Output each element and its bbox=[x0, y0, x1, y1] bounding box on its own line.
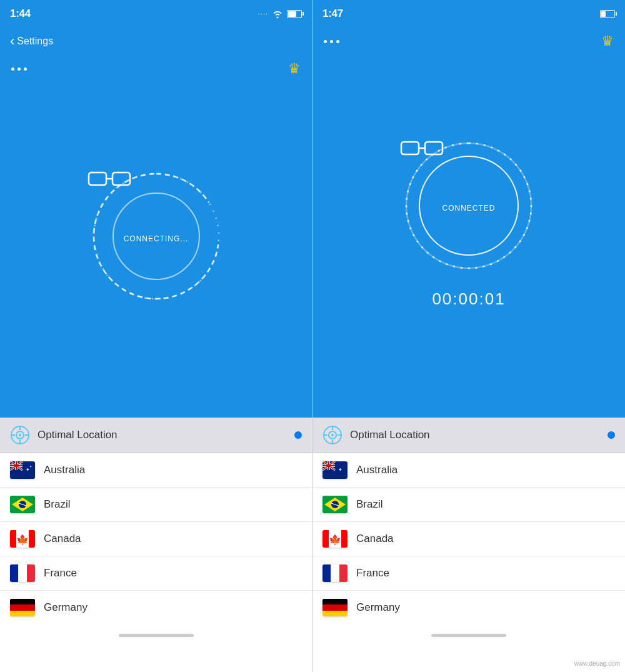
right-country-australia[interactable]: ✦ Australia bbox=[312, 453, 625, 488]
svg-text:✦: ✦ bbox=[29, 464, 32, 468]
right-flag-canada: 🍁 bbox=[322, 530, 348, 548]
right-time: 1:47 bbox=[322, 8, 343, 20]
right-status-icons bbox=[600, 10, 615, 18]
svg-point-46 bbox=[331, 434, 334, 436]
svg-text:🍁: 🍁 bbox=[329, 534, 341, 546]
right-country-name-france: France bbox=[356, 567, 389, 579]
right-top-overlay: ♛ bbox=[312, 28, 625, 55]
right-selected-dot bbox=[608, 431, 615, 439]
right-phone-panel: 1:47 ♛ bbox=[312, 0, 625, 672]
left-circle-inner: CONNECTING... bbox=[112, 193, 200, 280]
right-flag-australia: ✦ bbox=[322, 461, 348, 479]
right-home-indicator bbox=[312, 624, 625, 646]
right-country-name-australia: Australia bbox=[356, 464, 398, 476]
svg-point-8 bbox=[19, 434, 21, 436]
svg-text:✦: ✦ bbox=[338, 467, 342, 473]
left-blue-section: ♛ CONNECTING... bbox=[0, 55, 312, 418]
svg-text:🍁: 🍁 bbox=[16, 534, 29, 546]
svg-rect-67 bbox=[341, 530, 348, 548]
svg-rect-3 bbox=[89, 173, 106, 185]
svg-rect-71 bbox=[322, 564, 331, 582]
svg-rect-66 bbox=[322, 530, 329, 548]
left-country-australia[interactable]: ✦ ✦ Australia bbox=[0, 453, 312, 488]
right-country-france[interactable]: France bbox=[312, 556, 625, 591]
left-phone-panel: 1:44 ···· Settings ♛ bbox=[0, 0, 312, 672]
right-flag-brazil bbox=[322, 496, 348, 513]
wifi-icon bbox=[272, 10, 283, 18]
right-blue-section: ♛ CONNECTED 00:00:01 bbox=[312, 28, 625, 418]
right-battery-icon bbox=[600, 10, 615, 18]
left-country-name-canada: Canada bbox=[44, 533, 81, 545]
left-connection-status: CONNECTING... bbox=[124, 234, 189, 243]
left-country-brazil[interactable]: Brazil bbox=[0, 488, 312, 522]
signal-dots-icon: ···· bbox=[258, 10, 268, 18]
svg-rect-74 bbox=[322, 599, 348, 604]
settings-back-button[interactable]: Settings bbox=[10, 34, 53, 48]
svg-rect-38 bbox=[10, 599, 35, 604]
left-top-overlay: ♛ bbox=[0, 55, 312, 83]
left-location-icon bbox=[10, 425, 30, 445]
watermark: www.deuag.com bbox=[574, 660, 620, 667]
right-country-brazil[interactable]: Brazil bbox=[312, 488, 625, 522]
flag-france bbox=[10, 564, 35, 582]
right-list-section: Optimal Location ✦ bbox=[312, 418, 625, 624]
right-circle-inner: CONNECTED bbox=[419, 156, 519, 256]
right-country-name-germany: Germany bbox=[356, 601, 400, 614]
vpn-link-icon-right bbox=[400, 137, 444, 159]
flag-brazil bbox=[10, 496, 35, 513]
back-label: Settings bbox=[17, 36, 53, 47]
right-country-name-canada: Canada bbox=[356, 533, 394, 545]
right-crown-icon[interactable]: ♛ bbox=[601, 33, 614, 49]
flag-canada: 🍁 bbox=[10, 530, 35, 548]
right-status-bar: 1:47 bbox=[312, 0, 625, 28]
menu-dot bbox=[18, 68, 21, 71]
flag-australia: ✦ ✦ bbox=[10, 461, 35, 479]
svg-rect-30 bbox=[10, 530, 16, 548]
menu-dot bbox=[24, 68, 27, 71]
vpn-link-icon bbox=[88, 168, 131, 190]
left-home-bar bbox=[119, 634, 194, 637]
left-home-indicator bbox=[0, 624, 312, 646]
left-selected-dot bbox=[294, 431, 302, 439]
menu-dot bbox=[336, 40, 339, 43]
left-location-name: Optimal Location bbox=[38, 429, 287, 441]
right-country-germany[interactable]: Germany bbox=[312, 591, 625, 624]
right-flag-germany bbox=[322, 599, 348, 616]
left-battery-icon bbox=[287, 10, 302, 18]
svg-rect-31 bbox=[29, 530, 35, 548]
right-dots-menu[interactable] bbox=[324, 40, 339, 43]
menu-dot bbox=[330, 40, 333, 43]
left-crown-icon[interactable]: ♛ bbox=[288, 61, 301, 77]
svg-rect-41 bbox=[401, 142, 419, 154]
left-time: 1:44 bbox=[10, 8, 31, 20]
right-home-bar bbox=[431, 634, 506, 637]
svg-rect-35 bbox=[10, 564, 18, 582]
right-location-header[interactable]: Optimal Location bbox=[312, 418, 625, 453]
right-country-name-brazil: Brazil bbox=[356, 498, 383, 511]
left-country-germany[interactable]: Germany bbox=[0, 591, 312, 624]
right-country-list: ✦ Australia Brazil bbox=[312, 453, 625, 624]
right-timer: 00:00:01 bbox=[432, 289, 505, 309]
left-nav-bar: Settings bbox=[0, 28, 312, 55]
right-country-canada[interactable]: 🍁 Canada bbox=[312, 522, 625, 556]
left-status-icons: ···· bbox=[258, 10, 302, 18]
left-country-france[interactable]: France bbox=[0, 556, 312, 591]
menu-dot bbox=[324, 40, 327, 43]
left-country-name-germany: Germany bbox=[44, 601, 88, 614]
right-connection-status: CONNECTED bbox=[442, 204, 495, 213]
svg-rect-4 bbox=[112, 173, 130, 185]
right-location-icon bbox=[322, 425, 342, 445]
left-country-canada[interactable]: 🍁 Canada bbox=[0, 522, 312, 556]
menu-dot bbox=[11, 68, 14, 71]
left-connection-circle[interactable]: CONNECTING... bbox=[88, 168, 225, 305]
left-location-header[interactable]: Optimal Location bbox=[0, 418, 312, 453]
left-dots-menu[interactable] bbox=[11, 68, 27, 71]
left-country-name-brazil: Brazil bbox=[44, 498, 71, 511]
left-country-name-australia: Australia bbox=[44, 464, 85, 476]
left-status-bar: 1:44 ···· bbox=[0, 0, 312, 28]
flag-germany bbox=[10, 599, 35, 616]
right-connection-circle[interactable]: CONNECTED bbox=[400, 137, 538, 274]
svg-rect-42 bbox=[425, 142, 442, 154]
left-country-list: ✦ ✦ Australia Brazil bbox=[0, 453, 312, 624]
left-list-section: Optimal Location bbox=[0, 418, 312, 624]
